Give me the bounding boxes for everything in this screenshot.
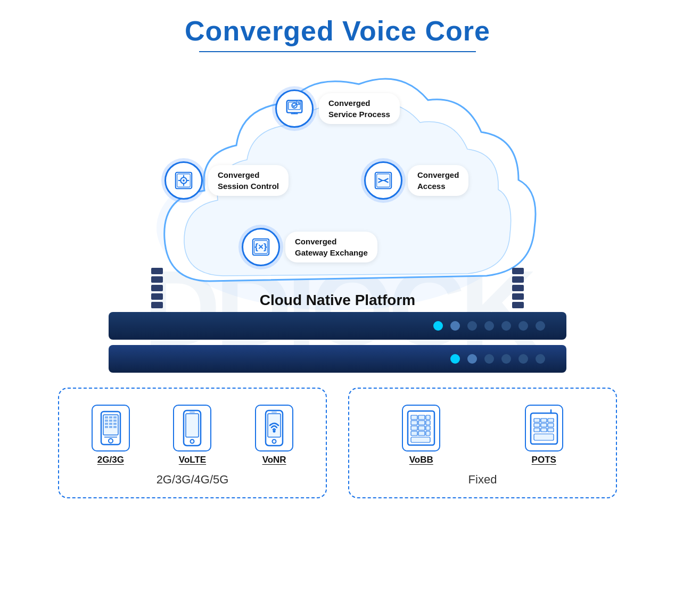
svg-text:{×}: {×} (254, 242, 267, 252)
svg-rect-24 (105, 416, 108, 418)
server-box-2 (109, 345, 566, 373)
svg-rect-63 (534, 418, 540, 422)
svg-rect-53 (426, 421, 430, 425)
led-dark-2c (518, 354, 528, 364)
csp-label: ConvergedService Process (319, 93, 400, 124)
device-pots-icon-wrap (525, 405, 563, 451)
svg-rect-41 (190, 412, 195, 413)
led-mid-2 (467, 354, 477, 364)
svg-rect-28 (109, 420, 112, 422)
device-2g3g: 2G/3G (92, 405, 130, 465)
svg-rect-33 (105, 426, 108, 428)
device-vobb: VoBB (402, 405, 440, 465)
ca-label: ConvergedAccess (408, 165, 468, 196)
ca-icon (364, 161, 402, 200)
svg-rect-51 (411, 421, 417, 425)
csc-icon (164, 161, 203, 200)
svg-rect-64 (541, 418, 547, 422)
device-vonr-icon-wrap (255, 405, 293, 451)
platform-label: Cloud Native Platform (98, 292, 577, 309)
svg-rect-56 (426, 426, 430, 430)
led-mid-1 (450, 321, 460, 331)
svg-point-11 (183, 179, 185, 182)
fixed-box-title: Fixed (363, 473, 603, 487)
led-cyan-1 (433, 321, 443, 331)
led-dark-1d (518, 321, 528, 331)
server-box-1 (109, 312, 566, 340)
svg-rect-60 (411, 437, 430, 442)
svg-rect-25 (109, 416, 112, 418)
svg-rect-68 (548, 423, 554, 427)
svg-rect-69 (534, 428, 540, 432)
title-underline (199, 51, 476, 52)
node-ca: ConvergedAccess (364, 161, 468, 200)
svg-rect-50 (426, 415, 430, 420)
device-vobb-label: VoBB (409, 455, 433, 465)
svg-rect-52 (418, 421, 425, 425)
device-pots-label: POTS (532, 455, 556, 465)
csp-icon (275, 89, 314, 128)
svg-point-6 (297, 101, 301, 105)
led-dark-1e (536, 321, 545, 331)
led-dark-1a (467, 321, 477, 331)
diagram-area: ConvergedService Process ConvergedSessio… (45, 58, 630, 563)
svg-rect-55 (418, 426, 425, 430)
device-pots: POTS (525, 405, 563, 465)
device-vonr: VoNR (255, 405, 293, 465)
svg-rect-35 (113, 426, 117, 428)
svg-rect-67 (541, 423, 547, 427)
device-2g3g-icon-wrap (92, 405, 130, 451)
svg-rect-26 (113, 416, 117, 418)
svg-line-7 (299, 104, 300, 104)
svg-rect-34 (109, 426, 112, 428)
svg-rect-72 (534, 434, 554, 440)
led-dark-2a (484, 354, 494, 364)
csc-label: ConvergedSession Control (208, 165, 289, 196)
led-dark-2b (501, 354, 511, 364)
platform-area: Cloud Native Platform (98, 292, 577, 378)
svg-rect-66 (534, 423, 540, 427)
fixed-box: VoBB (348, 388, 617, 498)
fixed-device-row: VoBB (363, 405, 603, 465)
led-dark-2d (536, 354, 545, 364)
device-2g3g-label: 2G/3G (97, 455, 124, 465)
svg-point-44 (273, 430, 276, 433)
mobile-box-title: 2G/3G/4G/5G (72, 473, 312, 487)
mobile-box: 2G/3G VoLTE (58, 388, 327, 498)
cgx-icon: {×} (242, 228, 280, 266)
svg-rect-70 (541, 428, 547, 432)
svg-rect-27 (105, 420, 108, 422)
svg-rect-31 (109, 423, 112, 425)
svg-rect-57 (411, 431, 417, 436)
bottom-boxes: 2G/3G VoLTE (58, 388, 617, 498)
svg-rect-48 (411, 415, 417, 420)
svg-rect-32 (113, 423, 117, 425)
mobile-device-row: 2G/3G VoLTE (72, 405, 312, 465)
led-cyan-2 (450, 354, 460, 364)
svg-rect-65 (548, 418, 554, 422)
svg-rect-39 (186, 414, 199, 437)
cgx-label: ConvergedGateway Exchange (285, 232, 377, 262)
led-dark-1c (501, 321, 511, 331)
device-volte-icon-wrap (173, 405, 211, 451)
svg-rect-71 (548, 428, 554, 432)
svg-rect-58 (418, 431, 425, 436)
device-volte: VoLTE (173, 405, 211, 465)
device-volte-label: VoLTE (179, 455, 206, 465)
device-vobb-icon-wrap (402, 405, 440, 451)
node-cgx: {×} ConvergedGateway Exchange (242, 228, 377, 266)
node-csc: ConvergedSession Control (164, 161, 289, 200)
svg-rect-46 (271, 412, 277, 413)
node-csp: ConvergedService Process (275, 89, 400, 128)
page-title: Converged Voice Core (185, 15, 490, 47)
svg-rect-59 (426, 431, 430, 436)
svg-rect-54 (411, 426, 417, 430)
svg-rect-29 (113, 420, 117, 422)
led-dark-1b (484, 321, 494, 331)
svg-rect-49 (418, 415, 425, 420)
svg-rect-30 (105, 423, 108, 425)
device-vonr-label: VoNR (262, 455, 286, 465)
